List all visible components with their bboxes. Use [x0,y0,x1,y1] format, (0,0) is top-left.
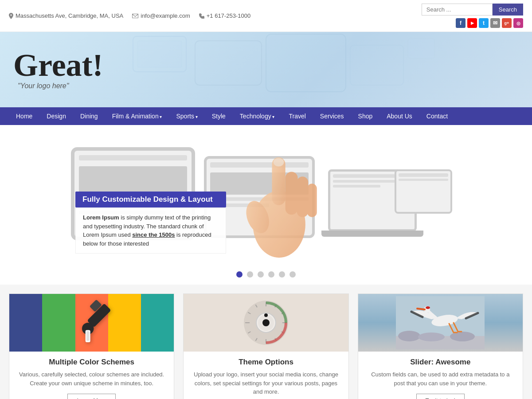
logo-title: Great! [13,49,103,81]
top-bar-left: Massachusetts Ave, Cambridge, MA, USA in… [9,12,250,19]
nav-link-contact[interactable]: Contact [419,107,455,125]
email-social-icon[interactable]: ✉ [490,18,500,28]
feature-title-colors: Multiple Color Schemes [49,358,134,367]
feature-title-theme: Theme Options [239,358,293,367]
svg-rect-2 [195,41,262,85]
google-plus-icon[interactable]: g+ [502,18,512,28]
instagram-icon[interactable]: ◎ [513,18,523,28]
nav-item-about[interactable]: About Us [379,107,419,125]
feature-card-colors: Multiple Color Schemes Various, carefull… [9,293,174,399]
nav-link-services[interactable]: Services [313,107,351,125]
svg-rect-11 [286,172,298,215]
hero-slider: Fully Customizable Design & Layout Lorem… [18,134,514,285]
cs-col-teal [141,294,174,352]
svg-point-40 [398,331,420,341]
try-today-button[interactable]: Try it today! [416,394,465,399]
device-tablet-sm [395,169,452,214]
feature-desc-colors: Various, carefully selected, colour sche… [18,370,165,387]
nav-item-film[interactable]: Film & Animation [105,107,169,125]
slider-dot-3[interactable] [258,271,264,278]
nav-link-travel[interactable]: Travel [282,107,313,125]
svg-rect-13 [307,184,317,217]
svg-rect-3 [266,34,346,92]
feature-content-slider: Slider: Awesome Custom fields can, be us… [358,352,523,399]
top-right-area: Search f ▶ t ✉ g+ ◎ [422,4,523,28]
location-icon [9,13,13,19]
nav-link-design[interactable]: Design [39,107,73,125]
nav-link-style[interactable]: Style [205,107,233,125]
facebook-icon[interactable]: f [456,18,466,28]
nav-item-home[interactable]: Home [9,107,39,125]
twitter-icon[interactable]: t [479,18,489,28]
address: Massachusetts Ave, Cambridge, MA, USA [9,12,123,19]
email: info@example.com [132,12,190,19]
mock-image [79,166,187,193]
slider-dot-2[interactable] [247,271,253,278]
hand-illustration [226,138,337,262]
logo-area: Great! "Your logo here" [13,49,103,90]
slider-dot-6[interactable] [289,271,296,278]
nav-item-shop[interactable]: Shop [351,107,380,125]
nav-link-dining[interactable]: Dining [73,107,105,125]
header: Great! "Your logo here" [0,32,532,107]
header-decoration [89,32,532,107]
nav-item-dining[interactable]: Dining [73,107,105,125]
nav-link-technology[interactable]: Technology [233,107,282,125]
slider-dot-5[interactable] [279,271,285,278]
dial-svg [242,298,290,347]
slider-dots [236,267,296,285]
feature-card-slider: Slider: Awesome Custom fields can, be us… [358,293,523,399]
nav-item-design[interactable]: Design [39,107,73,125]
top-bar: Massachusetts Ave, Cambridge, MA, USA in… [0,0,532,32]
nav-link-home[interactable]: Home [9,107,39,125]
nav-item-sports[interactable]: Sports [169,107,204,125]
search-button[interactable]: Search [493,4,523,16]
social-icons: f ▶ t ✉ g+ ◎ [456,18,523,28]
slider-dot-4[interactable] [268,271,274,278]
slider-section: Fully Customizable Design & Layout Lorem… [0,125,532,285]
mock-line-laptop-2 [333,185,380,188]
nav-item-technology[interactable]: Technology [233,107,282,125]
logo-subtitle: "Your logo here" [18,82,103,90]
phone-icon [199,13,204,19]
color-scheme-image [9,294,174,352]
slide-desc-bold: Lorem Ipsum [83,214,119,221]
main-nav: Home Design Dining Film & Animation Spor… [0,107,532,125]
feature-title-slider: Slider: Awesome [410,358,470,367]
nav-item-services[interactable]: Services [313,107,351,125]
nav-item-style[interactable]: Style [205,107,233,125]
nav-link-sports[interactable]: Sports [169,107,204,125]
nav-link-film[interactable]: Film & Animation [105,107,169,125]
mock-bar-1 [79,155,187,160]
slider-awesome-image [358,294,523,352]
nav-link-shop[interactable]: Shop [351,107,380,125]
mock-bar-sm [399,173,448,177]
bird-svg [396,296,485,349]
svg-rect-20 [86,331,90,341]
svg-point-36 [262,319,270,326]
feature-content-colors: Multiple Color Schemes Various, carefull… [9,352,174,399]
nav-item-travel[interactable]: Travel [282,107,313,125]
search-input[interactable] [422,4,493,16]
theme-options-image [184,294,348,352]
slider-dot-1[interactable] [236,271,243,278]
svg-rect-1 [137,41,182,67]
cs-col-blue [9,294,42,352]
mock-line-sm [399,179,448,181]
feature-card-theme: Theme Options Upload your logo, insert y… [183,293,348,399]
slide-desc-link[interactable]: since the 1500s [132,231,175,238]
learn-more-button[interactable]: Learn More [67,394,115,399]
youtube-icon[interactable]: ▶ [467,18,477,28]
svg-point-41 [418,332,445,341]
phone: +1 617-253-1000 [199,12,250,19]
slide-illustration: Fully Customizable Design & Layout Lorem… [18,134,514,267]
nav-link-about[interactable]: About Us [379,107,419,125]
svg-rect-12 [297,176,308,217]
slide-description: Lorem Ipsum is simply dummy text of the … [75,207,226,254]
search-form: Search [422,4,523,16]
slide-text-box: Fully Customizable Design & Layout Lorem… [75,192,226,254]
svg-point-45 [426,306,430,309]
nav-item-contact[interactable]: Contact [419,107,455,125]
svg-rect-4 [350,45,403,85]
svg-point-15 [274,158,284,166]
